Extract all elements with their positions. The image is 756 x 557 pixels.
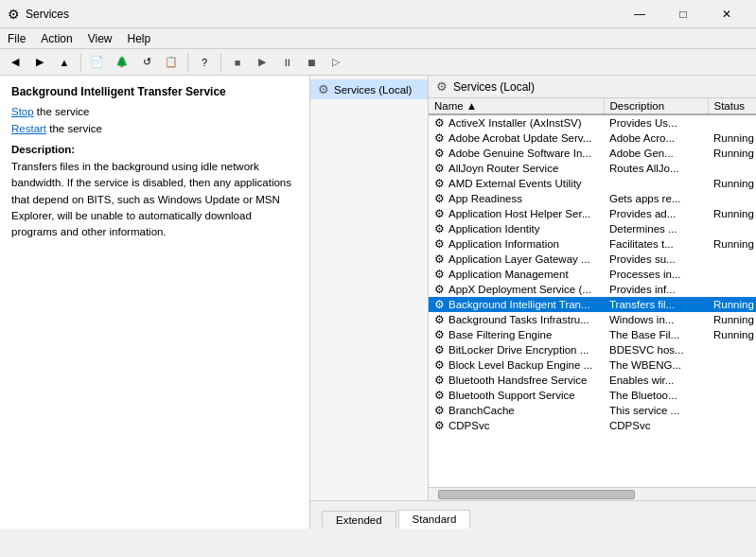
cell-name: ⚙CDPSvc bbox=[429, 418, 604, 433]
table-row[interactable]: ⚙Application IdentityDetermines ...Manua… bbox=[429, 221, 756, 236]
cell-name: ⚙Application Management bbox=[429, 267, 604, 282]
toolbar-separator-2 bbox=[187, 53, 188, 72]
cell-description: Processes in... bbox=[604, 267, 708, 282]
restart-toolbar-button[interactable]: ⏹ bbox=[300, 52, 323, 73]
restart-suffix: the service bbox=[46, 123, 102, 134]
table-row[interactable]: ⚙BitLocker Drive Encryption ...BDESVC ho… bbox=[429, 342, 756, 357]
description-label: Description: bbox=[11, 144, 298, 155]
export-button[interactable]: 📋 bbox=[160, 52, 183, 73]
cell-status bbox=[708, 221, 756, 236]
minimize-button[interactable]: — bbox=[618, 0, 661, 28]
forward-button[interactable]: ▶ bbox=[28, 52, 51, 73]
table-row[interactable]: ⚙AppX Deployment Service (...Provides in… bbox=[429, 282, 756, 297]
table-row[interactable]: ⚙Application ManagementProcesses in...Ma… bbox=[429, 267, 756, 282]
table-container[interactable]: Name ▲ Description Status Startup Type L… bbox=[429, 98, 756, 487]
cell-status bbox=[708, 357, 756, 373]
service-icon: ⚙ bbox=[434, 162, 445, 175]
service-icon: ⚙ bbox=[434, 313, 445, 326]
cell-name: ⚙Base Filtering Engine bbox=[429, 327, 604, 342]
stop-button[interactable]: ■ bbox=[226, 52, 249, 73]
pause-button[interactable]: ⏸ bbox=[275, 52, 298, 73]
table-row[interactable]: ⚙ActiveX Installer (AxInstSV)Provides Us… bbox=[429, 114, 756, 131]
horizontal-scrollbar[interactable] bbox=[429, 487, 756, 500]
left-panel: Background Intelligent Transfer Service … bbox=[0, 76, 310, 529]
table-row[interactable]: ⚙Bluetooth Handsfree ServiceEnables wir.… bbox=[429, 373, 756, 388]
cell-name: ⚙Block Level Backup Engine ... bbox=[429, 357, 604, 373]
tab-standard[interactable]: Standard bbox=[398, 510, 471, 529]
restart-link[interactable]: Restart bbox=[11, 123, 46, 134]
service-title: Background Intelligent Transfer Service bbox=[11, 85, 298, 98]
refresh-button[interactable]: ↺ bbox=[135, 52, 158, 73]
help-button[interactable]: ? bbox=[193, 52, 216, 73]
play-button[interactable]: ▶ bbox=[251, 52, 273, 73]
tree-button[interactable]: 🌲 bbox=[111, 52, 133, 73]
start-button[interactable]: ▷ bbox=[325, 52, 347, 73]
window-title: Services bbox=[26, 8, 618, 21]
table-row[interactable]: ⚙Bluetooth Support ServiceThe Bluetoo...… bbox=[429, 388, 756, 403]
menu-view[interactable]: View bbox=[80, 28, 120, 48]
maximize-button[interactable]: □ bbox=[661, 0, 705, 28]
cell-status: Running bbox=[708, 327, 756, 342]
col-header-description[interactable]: Description bbox=[604, 98, 708, 114]
table-row[interactable]: ⚙Background Tasks Infrastru...Windows in… bbox=[429, 312, 756, 327]
cell-status: Running bbox=[708, 312, 756, 327]
menu-file[interactable]: File bbox=[0, 28, 33, 48]
table-row[interactable]: ⚙AllJoyn Router ServiceRoutes AllJo...Ma… bbox=[429, 161, 756, 176]
col-header-name[interactable]: Name ▲ bbox=[429, 98, 604, 114]
table-row[interactable]: ⚙Application Host Helper Ser...Provides … bbox=[429, 206, 756, 221]
table-row[interactable]: ⚙AMD External Events UtilityRunningAutom… bbox=[429, 176, 756, 191]
table-row[interactable]: ⚙CDPSvcCDPSvcManualLoc... bbox=[429, 418, 756, 433]
cell-description: Determines ... bbox=[604, 221, 708, 236]
title-bar: ⚙ Services — □ ✕ bbox=[0, 0, 756, 28]
cell-description: The Bluetoo... bbox=[604, 388, 708, 403]
close-button[interactable]: ✕ bbox=[705, 0, 748, 28]
table-row[interactable]: ⚙App ReadinessGets apps re...ManualLoc..… bbox=[429, 191, 756, 206]
table-row[interactable]: ⚙Background Intelligent Tran...Transfers… bbox=[429, 297, 756, 312]
cell-status: Running bbox=[708, 131, 756, 146]
service-icon: ⚙ bbox=[434, 177, 445, 190]
table-row[interactable]: ⚙Application InformationFacilitates t...… bbox=[429, 236, 756, 252]
cell-name: ⚙Bluetooth Handsfree Service bbox=[429, 373, 604, 388]
service-icon: ⚙ bbox=[434, 252, 445, 266]
hscroll-thumb[interactable] bbox=[438, 490, 635, 499]
service-icon: ⚙ bbox=[434, 328, 445, 341]
menu-bar: File Action View Help bbox=[0, 28, 756, 49]
service-panel: ⚙ Services (Local) Name ▲ Description St… bbox=[429, 76, 756, 500]
table-row[interactable]: ⚙Adobe Acrobat Update Serv...Adobe Acro.… bbox=[429, 131, 756, 146]
cell-name: ⚙BitLocker Drive Encryption ... bbox=[429, 342, 604, 357]
tree-item-services-local[interactable]: ⚙ Services (Local) bbox=[310, 79, 428, 99]
up-button[interactable]: ▲ bbox=[53, 52, 76, 73]
cell-status: Running bbox=[708, 176, 756, 191]
cell-status bbox=[708, 418, 756, 433]
cell-status bbox=[708, 252, 756, 267]
col-header-status[interactable]: Status bbox=[708, 98, 756, 114]
cell-description: Provides ad... bbox=[604, 206, 708, 221]
menu-help[interactable]: Help bbox=[120, 28, 159, 48]
cell-status bbox=[708, 161, 756, 176]
service-panel-title: Services (Local) bbox=[453, 80, 535, 94]
table-row[interactable]: ⚙Block Level Backup Engine ...The WBENG.… bbox=[429, 357, 756, 373]
cell-name: ⚙Application Identity bbox=[429, 221, 604, 236]
main-area: Background Intelligent Transfer Service … bbox=[0, 76, 756, 529]
tab-extended[interactable]: Extended bbox=[322, 511, 396, 529]
table-row[interactable]: ⚙Application Layer Gateway ...Provides s… bbox=[429, 252, 756, 267]
cell-description: Routes AllJo... bbox=[604, 161, 708, 176]
service-icon: ⚙ bbox=[434, 358, 445, 372]
cell-name: ⚙AllJoyn Router Service bbox=[429, 161, 604, 176]
table-row[interactable]: ⚙BranchCacheThis service ...ManualNet... bbox=[429, 403, 756, 418]
table-row[interactable]: ⚙Base Filtering EngineThe Base Fil...Run… bbox=[429, 327, 756, 342]
toolbar-separator-1 bbox=[80, 53, 81, 72]
cell-description: Provides su... bbox=[604, 252, 708, 267]
stop-link[interactable]: Stop bbox=[11, 106, 34, 117]
cell-status: Running bbox=[708, 206, 756, 221]
cell-name: ⚙BranchCache bbox=[429, 403, 604, 418]
service-panel-header: ⚙ Services (Local) bbox=[429, 76, 756, 98]
table-row[interactable]: ⚙Adobe Genuine Software In...Adobe Gen..… bbox=[429, 146, 756, 161]
cell-name: ⚙Application Information bbox=[429, 236, 604, 252]
menu-action[interactable]: Action bbox=[33, 28, 79, 48]
services-local-icon: ⚙ bbox=[318, 82, 329, 96]
services-table: Name ▲ Description Status Startup Type L… bbox=[429, 98, 756, 433]
cell-description: Adobe Gen... bbox=[604, 146, 708, 161]
back-button[interactable]: ◀ bbox=[4, 52, 26, 73]
show-hide-button[interactable]: 📄 bbox=[86, 52, 109, 73]
